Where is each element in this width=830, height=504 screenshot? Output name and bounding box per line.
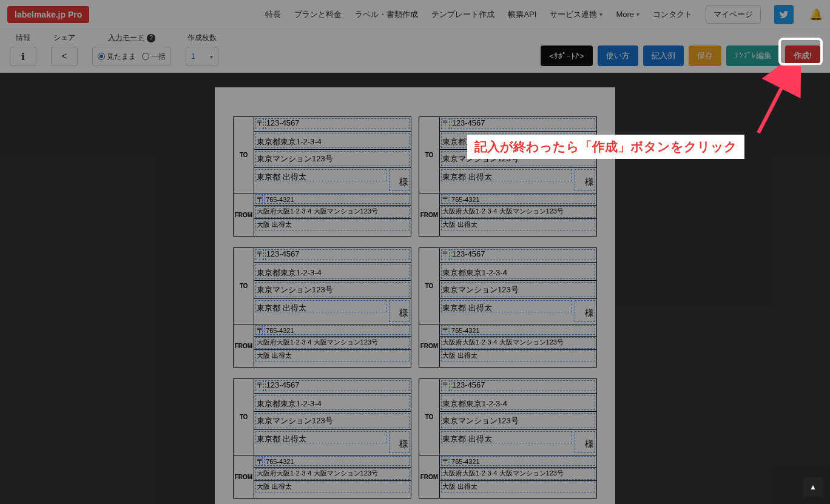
to-addr1[interactable]: 東京都東京1-2-3-4 (257, 399, 322, 408)
honorific: 様 (585, 176, 594, 188)
howto-button[interactable]: 使い方 (598, 45, 638, 66)
to-marker: TO (234, 248, 254, 324)
to-addr2[interactable]: 東京マンション123号 (257, 416, 333, 425)
postal-mark: 〒 (257, 381, 264, 389)
share-button[interactable]: < (51, 47, 78, 66)
address-label[interactable]: TO 〒 123-4567 東京都東京1-2-3-4 東京マンション123号 東… (419, 378, 597, 499)
from-addr[interactable]: 大阪府大阪1-2-3-4 大阪マンション123号 (257, 207, 378, 215)
nav-integrations[interactable]: サービス連携▾ (550, 9, 602, 20)
to-addr1[interactable]: 東京都東京1-2-3-4 (442, 268, 507, 277)
radio-off-icon (142, 53, 149, 60)
to-postal[interactable]: 123-4567 (452, 249, 485, 258)
honorific: 様 (585, 438, 594, 450)
address-label[interactable]: TO 〒 123-4567 東京都東京1-2-3-4 東京マンション123号 東… (419, 247, 597, 368)
to-postal[interactable]: 123-4567 (266, 118, 300, 127)
to-addr2[interactable]: 東京マンション123号 (257, 285, 333, 294)
to-postal[interactable]: 123-4567 (266, 380, 300, 389)
chevron-down-icon: ▾ (210, 53, 213, 60)
from-name[interactable]: 大阪 出得太 (257, 483, 292, 490)
count-select[interactable]: 1▾ (186, 47, 218, 66)
nav-contact[interactable]: コンタクト (653, 9, 692, 20)
nav-labels[interactable]: ラベル・書類作成 (355, 9, 418, 20)
svg-line-0 (758, 69, 791, 133)
nav-more[interactable]: More▾ (616, 10, 639, 19)
to-addr2[interactable]: 東京マンション123号 (442, 285, 519, 294)
from-postal[interactable]: 765-4321 (266, 458, 294, 465)
nav-templates[interactable]: テンプレート作成 (431, 9, 494, 20)
example-button[interactable]: 記入例 (643, 45, 684, 66)
mypage-button[interactable]: マイページ (706, 5, 761, 24)
bell-icon[interactable]: 🔔 (809, 8, 823, 21)
address-label[interactable]: TO 〒 123-4567 東京都東京1-2-3-4 東京マンション123号 東… (233, 247, 411, 368)
from-postal[interactable]: 765-4321 (266, 196, 294, 203)
to-name[interactable]: 東京都 出得太 (257, 303, 306, 312)
to-name[interactable]: 東京都 出得太 (257, 172, 306, 181)
twitter-icon[interactable] (774, 5, 794, 24)
help-icon[interactable]: ? (147, 34, 155, 42)
postal-mark: 〒 (257, 457, 264, 466)
radio-on-icon (98, 53, 105, 60)
from-postal[interactable]: 765-4321 (451, 327, 480, 334)
to-name[interactable]: 東京都 出得太 (257, 434, 306, 443)
postal-mark: 〒 (257, 326, 264, 335)
from-name[interactable]: 大阪 出得太 (442, 221, 477, 228)
from-name[interactable]: 大阪 出得太 (442, 483, 477, 490)
from-marker: FROM (234, 193, 254, 236)
to-addr2[interactable]: 東京マンション123号 (442, 416, 519, 425)
to-marker: TO (419, 117, 440, 193)
info-label: 情報 (16, 33, 30, 43)
nav-pricing[interactable]: プランと料金 (294, 9, 342, 20)
honorific: 様 (399, 307, 408, 319)
from-name[interactable]: 大阪 出得太 (442, 352, 477, 359)
chevron-down-icon: ▾ (636, 11, 639, 18)
logo[interactable]: labelmake.jp Pro (7, 6, 89, 23)
mode-label: 入力モード? (108, 33, 155, 43)
from-name[interactable]: 大阪 出得太 (257, 352, 292, 359)
support-button[interactable]: <ｻﾎﾟｰﾄ↗> (541, 45, 592, 66)
count-label: 作成枚数 (187, 33, 217, 43)
from-addr[interactable]: 大阪府大阪1-2-3-4 大阪マンション123号 (442, 207, 564, 215)
from-addr[interactable]: 大阪府大阪1-2-3-4 大阪マンション123号 (442, 338, 564, 346)
nav-features[interactable]: 特長 (265, 9, 281, 20)
to-name[interactable]: 東京都 出得太 (442, 434, 492, 443)
to-name[interactable]: 東京都 出得太 (442, 172, 492, 181)
address-label[interactable]: TO 〒 123-4567 東京都東京1-2-3-4 東京マンション123号 東… (233, 116, 411, 237)
to-name[interactable]: 東京都 出得太 (442, 303, 492, 312)
to-postal[interactable]: 123-4567 (452, 380, 485, 389)
to-addr1[interactable]: 東京都東京1-2-3-4 (257, 137, 322, 146)
arrow-icon (747, 63, 802, 136)
from-addr[interactable]: 大阪府大阪1-2-3-4 大阪マンション123号 (442, 469, 564, 477)
from-postal[interactable]: 765-4321 (266, 327, 294, 334)
to-marker: TO (234, 117, 254, 193)
from-postal[interactable]: 765-4321 (451, 458, 480, 465)
scroll-top-button[interactable]: ▲ (803, 477, 823, 497)
postal-mark: 〒 (442, 119, 450, 127)
from-marker: FROM (234, 324, 254, 367)
address-label[interactable]: TO 〒 123-4567 東京都東京1-2-3-4 東京マンション123号 東… (233, 378, 411, 499)
from-marker: FROM (419, 455, 440, 498)
to-addr2[interactable]: 東京マンション123号 (257, 154, 333, 163)
to-addr1[interactable]: 東京都東京1-2-3-4 (442, 399, 507, 408)
input-mode-radio[interactable]: 見たまま 一括 (92, 47, 171, 66)
honorific: 様 (399, 438, 408, 450)
to-addr1[interactable]: 東京都東京1-2-3-4 (257, 268, 322, 277)
to-postal[interactable]: 123-4567 (452, 118, 485, 127)
from-name[interactable]: 大阪 出得太 (257, 221, 292, 228)
nav-api[interactable]: 帳票API (508, 9, 536, 20)
postal-mark: 〒 (257, 195, 264, 204)
save-button[interactable]: 保存 (689, 45, 721, 66)
info-button[interactable]: ℹ (10, 47, 36, 66)
from-addr[interactable]: 大阪府大阪1-2-3-4 大阪マンション123号 (257, 338, 378, 346)
to-marker: TO (419, 379, 440, 455)
to-marker: TO (419, 248, 440, 324)
postal-mark: 〒 (442, 381, 450, 389)
postal-mark: 〒 (442, 195, 450, 204)
from-postal[interactable]: 765-4321 (451, 196, 480, 203)
to-postal[interactable]: 123-4567 (266, 249, 300, 258)
from-marker: FROM (419, 324, 440, 367)
chevron-down-icon: ▾ (599, 11, 602, 18)
highlight-create (778, 38, 823, 66)
to-marker: TO (234, 379, 254, 455)
share-label: シェア (53, 33, 75, 43)
from-addr[interactable]: 大阪府大阪1-2-3-4 大阪マンション123号 (257, 469, 378, 477)
